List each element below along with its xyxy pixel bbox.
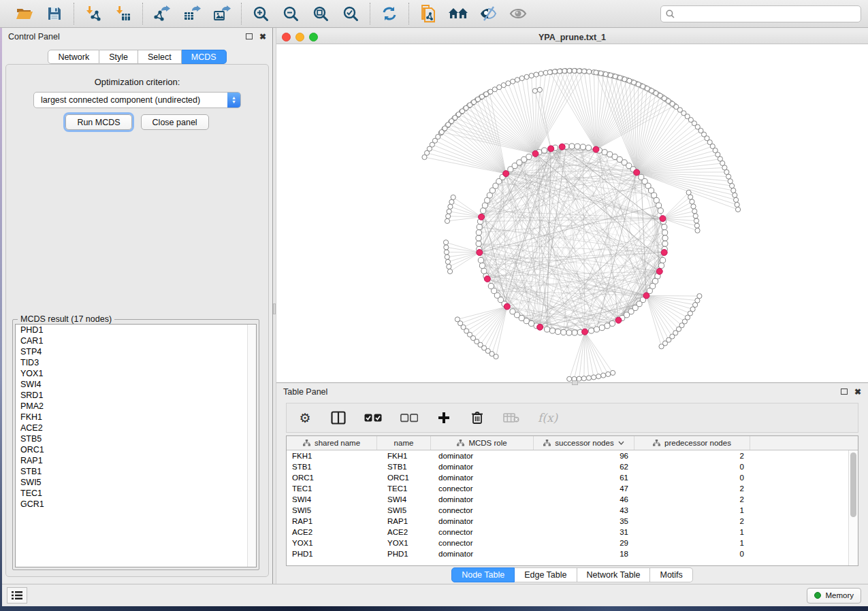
mcds-list-item[interactable]: TID3 bbox=[16, 357, 256, 368]
dominator-node[interactable] bbox=[548, 146, 554, 152]
close-panel-icon[interactable]: ✖ bbox=[259, 33, 266, 41]
leaf-node[interactable] bbox=[567, 376, 572, 381]
close-window-icon[interactable] bbox=[282, 33, 291, 42]
tab-style[interactable]: Style bbox=[99, 50, 138, 64]
leaf-node[interactable] bbox=[443, 240, 448, 245]
network-node[interactable] bbox=[549, 328, 555, 333]
leaf-node[interactable] bbox=[608, 73, 613, 78]
table-row[interactable]: FKH1FKH1dominator962 bbox=[287, 450, 858, 461]
export-network-button[interactable] bbox=[151, 3, 173, 24]
tab-select[interactable]: Select bbox=[138, 50, 182, 64]
mcds-list-item[interactable]: STB5 bbox=[16, 433, 256, 444]
dominator-node[interactable] bbox=[643, 293, 649, 299]
leaf-node[interactable] bbox=[444, 245, 449, 250]
leaf-node[interactable] bbox=[728, 179, 733, 184]
network-node[interactable] bbox=[476, 230, 481, 235]
dominator-node[interactable] bbox=[504, 303, 510, 310]
network-node[interactable] bbox=[476, 235, 481, 241]
network-node[interactable] bbox=[585, 145, 591, 150]
zoom-selected-button[interactable] bbox=[340, 3, 361, 24]
mcds-result-list[interactable]: PHD1CAR1STP4TID3YOX1SWI4SRD1PMA2FKH1ACE2… bbox=[15, 324, 257, 567]
leaf-node[interactable] bbox=[445, 254, 449, 259]
leaf-node[interactable] bbox=[582, 69, 587, 73]
leaf-node[interactable] bbox=[451, 195, 455, 199]
leaf-node[interactable] bbox=[529, 73, 534, 78]
leaf-node[interactable] bbox=[581, 376, 586, 381]
leaf-node[interactable] bbox=[622, 77, 627, 82]
mcds-list-item[interactable]: FKH1 bbox=[16, 412, 256, 423]
horizontal-splitter-grip[interactable] bbox=[572, 380, 578, 385]
dominator-node[interactable] bbox=[537, 324, 543, 330]
dominator-node[interactable] bbox=[479, 214, 485, 220]
network-node[interactable] bbox=[599, 325, 605, 331]
mcds-list-scrollbar[interactable] bbox=[247, 325, 256, 567]
leaf-node[interactable] bbox=[611, 370, 615, 375]
leaf-node[interactable] bbox=[613, 74, 617, 79]
dominator-node[interactable] bbox=[615, 317, 622, 323]
network-node[interactable] bbox=[482, 203, 487, 208]
leaf-node[interactable] bbox=[730, 183, 735, 188]
leaf-node[interactable] bbox=[617, 76, 622, 80]
leaf-node[interactable] bbox=[447, 264, 451, 269]
leaf-node[interactable] bbox=[445, 218, 449, 223]
leaf-node[interactable] bbox=[446, 214, 451, 218]
network-node[interactable] bbox=[510, 309, 515, 314]
leaf-node[interactable] bbox=[627, 78, 632, 83]
dominator-node[interactable] bbox=[559, 144, 565, 150]
table-row[interactable]: PHD1PHD1dominator180 bbox=[287, 548, 858, 559]
leaf-node[interactable] bbox=[519, 76, 524, 80]
network-node[interactable] bbox=[575, 144, 580, 149]
leaf-node[interactable] bbox=[444, 250, 449, 254]
leaf-node[interactable] bbox=[694, 218, 698, 223]
export-image-button[interactable] bbox=[211, 3, 233, 24]
import-network-button[interactable] bbox=[82, 3, 104, 24]
new-network-from-selection-button[interactable] bbox=[417, 3, 439, 24]
table-row[interactable]: SWI4SWI4dominator462 bbox=[287, 494, 858, 505]
delete-table-button[interactable] bbox=[503, 410, 519, 426]
leaf-node[interactable] bbox=[537, 87, 542, 92]
mcds-list-item[interactable]: CAR1 bbox=[16, 335, 256, 346]
network-canvas[interactable] bbox=[276, 44, 868, 382]
mcds-list-item[interactable]: RAP1 bbox=[16, 455, 256, 466]
leaf-node[interactable] bbox=[726, 174, 731, 179]
close-table-panel-icon[interactable]: ✖ bbox=[854, 388, 861, 396]
tab-network[interactable]: Network bbox=[48, 50, 99, 64]
network-node[interactable] bbox=[477, 225, 482, 230]
table-row[interactable]: RAP1RAP1dominator352 bbox=[287, 516, 858, 527]
leaf-node[interactable] bbox=[534, 72, 539, 77]
dominator-node[interactable] bbox=[660, 216, 666, 222]
network-node[interactable] bbox=[605, 323, 610, 329]
function-builder-button[interactable]: f(x) bbox=[538, 410, 558, 426]
tab-edge-table[interactable]: Edge Table bbox=[515, 567, 577, 582]
leaf-node[interactable] bbox=[448, 204, 453, 209]
leaf-node[interactable] bbox=[598, 71, 603, 76]
tab-motifs[interactable]: Motifs bbox=[650, 567, 692, 582]
open-session-button[interactable] bbox=[14, 3, 35, 24]
add-column-button[interactable] bbox=[436, 410, 451, 426]
leaf-node[interactable] bbox=[577, 69, 581, 73]
leaf-node[interactable] bbox=[501, 83, 506, 88]
dominator-node[interactable] bbox=[634, 169, 640, 176]
refresh-button[interactable] bbox=[379, 3, 400, 24]
mcds-list-item[interactable]: ORC1 bbox=[16, 444, 256, 455]
delete-column-button[interactable] bbox=[470, 410, 485, 426]
network-node[interactable] bbox=[566, 330, 572, 335]
network-node[interactable] bbox=[488, 283, 494, 288]
mcds-list-item[interactable]: PMA2 bbox=[16, 401, 256, 412]
float-table-panel-icon[interactable] bbox=[841, 388, 848, 396]
leaf-node[interactable] bbox=[511, 79, 515, 84]
mcds-list-item[interactable]: SRD1 bbox=[16, 390, 256, 401]
network-node[interactable] bbox=[481, 208, 486, 214]
leaf-node[interactable] bbox=[591, 375, 596, 380]
dominator-node[interactable] bbox=[532, 150, 539, 156]
network-node[interactable] bbox=[658, 208, 663, 214]
table-row[interactable]: ACE2ACE2connector311 bbox=[287, 527, 858, 538]
leaf-node[interactable] bbox=[694, 223, 699, 228]
mcds-list-item[interactable]: GCR1 bbox=[16, 499, 256, 510]
mcds-list-item[interactable]: SWI4 bbox=[16, 379, 256, 390]
table-scrollbar-thumb[interactable] bbox=[850, 452, 856, 517]
mcds-list-item[interactable]: STP4 bbox=[16, 346, 256, 357]
dominator-node[interactable] bbox=[582, 329, 588, 335]
export-table-button[interactable] bbox=[181, 3, 203, 24]
network-node[interactable] bbox=[555, 329, 560, 334]
